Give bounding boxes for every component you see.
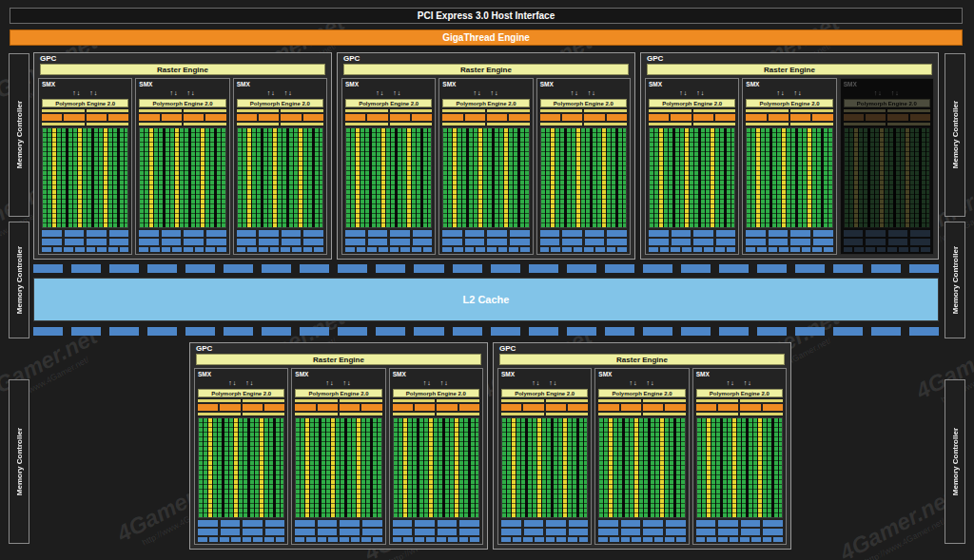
segment [376,327,405,336]
cuda-core-grid [844,127,930,228]
gpc-label: GPC [38,54,327,64]
segment [437,413,479,415]
instruction-cache-row [598,399,685,402]
cuda-core-grid [746,127,832,228]
segment [205,247,215,252]
polymorph-engine-bar: Polymorph Engine 2.0 [844,99,930,107]
warp-scheduler-row [345,114,432,121]
cuda-core-grid [393,417,479,518]
throughput-arrows-icon: ↑↓ ↑↓ [442,89,529,97]
segment [740,399,783,402]
segment [598,399,641,402]
segment [198,404,218,411]
segment [649,247,658,252]
register-file-row [598,413,685,415]
segment [303,114,323,121]
load-store-row [649,247,735,252]
segment [224,327,253,336]
segment [524,520,544,527]
segment [487,123,530,126]
segment [598,537,608,542]
segment [715,247,725,252]
segment [607,239,627,245]
segment [746,239,766,245]
segment [562,114,582,121]
register-file-row [540,123,627,126]
instruction-cache-row [295,399,381,402]
segment [520,247,530,252]
segment [243,529,263,535]
instruction-cache-row [42,109,128,112]
smx-block: SMX↑↓ ↑↓Polymorph Engine 2.0 [194,368,288,545]
segment [413,239,433,245]
register-file-row [746,123,832,126]
segment [220,537,229,542]
cuda-core-grid [295,417,381,518]
register-file-row [42,123,128,126]
segment [345,247,355,252]
segment [696,404,716,411]
segment [403,537,413,542]
segment [844,109,886,112]
warp-scheduler-row [844,114,930,121]
segment [247,247,257,252]
segment [340,529,360,535]
segment [719,264,749,273]
segment [87,109,129,112]
segment [584,114,604,121]
segment [390,239,410,245]
smx-block: SMX↑↓ ↑↓Polymorph Engine 2.0 [135,78,229,255]
segment [205,114,225,121]
segment [328,537,338,542]
segment [109,230,129,237]
texture-unit-row [139,230,225,237]
segment [120,247,129,252]
segment [276,537,285,542]
smx-block: SMX↑↓ ↑↓Polymorph Engine 2.0 [497,368,592,545]
segment [546,529,566,535]
load-store-row [696,537,783,542]
segment [562,230,582,237]
smx-row: SMX↑↓ ↑↓Polymorph Engine 2.0SMX↑↓ ↑↓Poly… [38,78,327,255]
segment [844,114,864,121]
segment [393,520,413,527]
texture-unit-row [393,520,479,527]
segment [237,123,280,126]
instruction-cache-row [345,109,432,112]
segment [605,327,634,336]
segment [437,399,479,402]
segment [844,247,853,252]
segment [206,239,226,245]
segment [696,537,706,542]
segment [362,529,382,535]
segment [866,239,886,245]
segment [649,239,669,245]
segment [866,230,886,237]
segment [400,247,410,252]
segment [556,537,566,542]
throughput-arrows-icon: ↑↓ ↑↓ [540,89,627,97]
smx-label: SMX [746,81,832,87]
polymorph-engine-bar: Polymorph Engine 2.0 [598,389,685,397]
register-file-row [649,123,735,126]
segment [585,230,605,237]
segment [746,123,789,126]
segment [393,413,436,415]
segment [340,537,349,542]
segment [757,247,767,252]
segment [390,123,433,126]
load-store-row [501,537,588,542]
texture-unit-row [598,520,685,527]
segment [465,239,485,245]
segment [172,247,182,252]
pci-express-host-interface-bar: PCI Express 3.0 Host Interface [10,8,963,24]
segment [42,247,51,252]
load-store-row [540,247,627,252]
segment [487,230,507,237]
segment [568,404,588,411]
segment [763,537,772,542]
segment [470,537,479,542]
segment [414,264,443,273]
segment [368,230,388,237]
segment [574,247,583,252]
